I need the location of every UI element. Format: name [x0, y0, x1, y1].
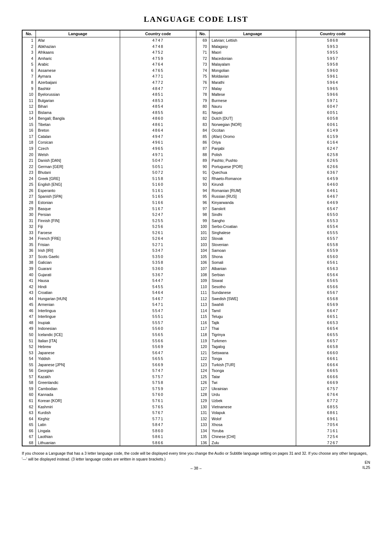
row-code: 6265: [296, 157, 369, 164]
row-no: 21: [23, 157, 36, 164]
row-no: 108: [196, 271, 209, 278]
row-language: Esperanto: [36, 188, 120, 194]
table-row: 48Inupiak5557: [23, 320, 196, 326]
table-row: 82Dutch [DUT]6058: [196, 115, 370, 122]
table-row: 36Irish [IRI]5347: [23, 247, 196, 254]
table-row: 115Telugu6651: [196, 314, 370, 320]
row-code: 6553: [296, 217, 369, 224]
footer-note: If you choose a Language that has a 3 le…: [22, 451, 370, 462]
table-row: 64Kirghiz5771: [23, 416, 196, 422]
row-language: Nauru: [209, 103, 296, 110]
row-no: 130: [196, 404, 209, 410]
row-code: 6467: [296, 193, 369, 200]
table-row: 77Malay5965: [196, 85, 370, 91]
row-code: 5256: [120, 224, 196, 230]
table-row: 53Japanese5647: [23, 349, 196, 356]
row-code: 4855: [120, 110, 196, 116]
table-row: 25English [ENG]5160: [23, 181, 196, 188]
row-no: 30: [23, 212, 36, 218]
row-language: Corsican: [36, 139, 120, 146]
row-language: Lingala: [36, 428, 120, 434]
row-code: 5771: [120, 416, 196, 422]
row-language: Kinyarwanda: [209, 200, 296, 206]
row-code: 6461: [296, 188, 369, 194]
row-no: 94: [196, 188, 209, 194]
row-no: 4: [23, 56, 36, 62]
row-code: 6669: [296, 380, 369, 386]
row-no: 77: [196, 85, 209, 91]
row-no: 80: [196, 103, 209, 110]
row-code: 6569: [296, 302, 369, 308]
table-row: 31Finnish [FIN]5255: [23, 217, 196, 224]
table-row: 87Panjabi6247: [196, 146, 370, 152]
row-language: Occitan: [209, 127, 296, 134]
row-code: 5467: [120, 296, 196, 302]
table-row: 38Galician5358: [23, 259, 196, 266]
row-no: 11: [23, 97, 36, 103]
row-code: 5565: [120, 332, 196, 338]
table-row: 68Lithuanian5866: [23, 440, 196, 446]
table-row: 50Icelandic [ICE]5565: [23, 332, 196, 338]
row-no: 52: [23, 344, 36, 350]
row-no: 103: [196, 242, 209, 248]
table-row: 46Interlingua5547: [23, 308, 196, 314]
table-row: 125Tatar6666: [196, 374, 370, 380]
row-language: Moldavian: [209, 73, 296, 79]
row-no: 50: [23, 332, 36, 338]
table-row: 29Basque5167: [23, 205, 196, 212]
row-no: 115: [196, 314, 209, 320]
table-row: 6Assamese4765: [23, 67, 196, 74]
table-row: 10Byelorussian4851: [23, 91, 196, 98]
table-row: 106Somali6561: [196, 259, 370, 266]
row-no: 1: [23, 37, 36, 44]
row-no: 20: [23, 151, 36, 157]
row-language: Irish [IRI]: [36, 247, 120, 254]
row-code: 4764: [120, 61, 196, 67]
row-code: 5953: [296, 44, 369, 50]
row-no: 7: [23, 73, 36, 79]
row-code: 5367: [120, 271, 196, 278]
row-code: 5759: [120, 386, 196, 392]
row-no: 85: [196, 134, 209, 140]
row-no: 37: [23, 254, 36, 260]
row-no: 27: [23, 193, 36, 200]
table-row: 119Turkmen6657: [196, 337, 370, 344]
table-row: 129Uzbek6772: [196, 398, 370, 404]
table-row: 91Quechua6367: [196, 169, 370, 176]
table-row: 132Wolof6961: [196, 416, 370, 422]
table-row: 94Romanian [RUM]6461: [196, 188, 370, 194]
row-language: Tsonga: [209, 368, 296, 374]
row-language: Sangho: [209, 217, 296, 224]
row-language: Italian [ITA]: [36, 337, 120, 344]
row-code: 5866: [120, 440, 196, 446]
row-no: 83: [196, 122, 209, 128]
row-language: Assamese: [36, 67, 120, 74]
row-language: Hindi: [36, 283, 120, 290]
table-row: 95Russian [RUS]6467: [196, 193, 370, 200]
row-code: 5557: [120, 320, 196, 326]
table-row: 59Cambodian5759: [23, 386, 196, 392]
row-no: 74: [196, 67, 209, 74]
row-language: Uzbek: [209, 398, 296, 404]
row-no: 67: [23, 434, 36, 440]
row-no: 79: [196, 97, 209, 103]
table-row: 41Hausa5447: [23, 278, 196, 284]
row-no: 105: [196, 254, 209, 260]
table-row: 51Italian [ITA]5566: [23, 337, 196, 344]
row-code: 6961: [296, 416, 369, 422]
row-language: Kannada: [36, 392, 120, 398]
row-language: Bhutani: [36, 169, 120, 176]
row-code: 6559: [296, 247, 369, 254]
row-language: Thai: [209, 326, 296, 332]
row-code: 4965: [120, 146, 196, 152]
row-language: Greek [GRE]: [36, 176, 120, 182]
row-language: Guarani: [36, 266, 120, 272]
row-no: 100: [196, 224, 209, 230]
table-row: 89Pashto; Pushto6265: [196, 157, 370, 164]
table-row: 84Occitan6149: [196, 127, 370, 134]
row-code: 4961: [120, 139, 196, 146]
row-no: 45: [23, 302, 36, 308]
table-row: 97Sanskrit6547: [196, 205, 370, 212]
language-table: No. Language Country code 1Afar47472Abkh…: [22, 30, 370, 446]
row-code: 6561: [296, 259, 369, 266]
